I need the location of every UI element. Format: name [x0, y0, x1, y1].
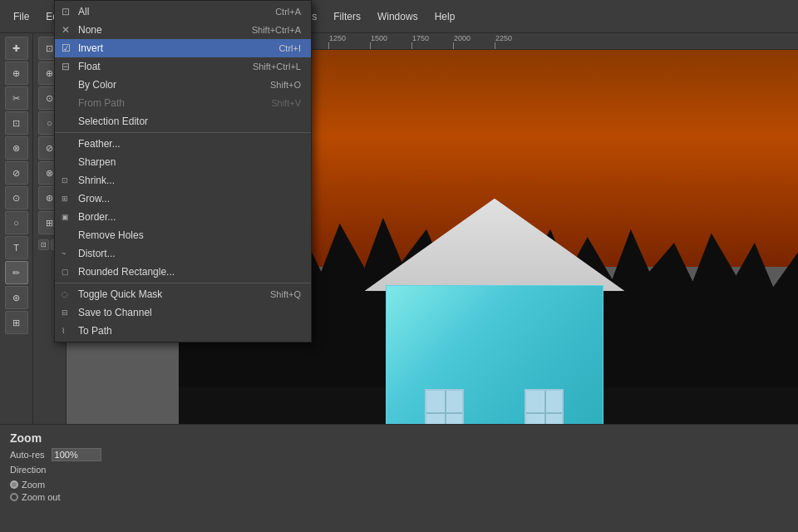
menu-item-float-label: Float [78, 61, 101, 72]
separator-1 [55, 132, 311, 133]
direction-label: Direction [10, 465, 46, 475]
distort-icon: ~ [62, 249, 66, 258]
menubar-windows[interactable]: Windows [371, 7, 425, 26]
menu-item-border-label: Border... [78, 211, 116, 223]
zoom-out-label: Zoom out [22, 492, 60, 502]
tool-move[interactable]: ✚ [5, 37, 28, 60]
menu-item-float[interactable]: ⊟ Float Shift+Ctrl+L [55, 57, 311, 76]
tool-smudge[interactable]: ⊞ [5, 311, 28, 334]
all-icon: ⊡ [62, 6, 70, 17]
separator-2 [55, 283, 311, 283]
menu-item-feather[interactable]: Feather... [55, 135, 311, 153]
zoom-label: Zoom [10, 431, 788, 445]
ruler-tick-1500: 1500 [370, 34, 411, 49]
menu-item-toggle-quick-mask-shortcut: Shift+Q [254, 289, 301, 299]
grow-icon: ⊞ [62, 195, 68, 203]
zoom-in-radio[interactable] [10, 480, 18, 489]
menu-item-from-path-label: From Path [78, 97, 125, 109]
window-divider-h [426, 412, 462, 414]
menu-item-from-path-shortcut: Shift+V [254, 98, 301, 108]
menu-item-toggle-quick-mask[interactable]: ◌ Toggle Quick Mask Shift+Q [55, 285, 311, 303]
menu-item-selection-editor-label: Selection Editor [78, 116, 148, 127]
menu-item-invert-label: Invert [78, 42, 103, 54]
menu-item-all-shortcut: Ctrl+A [259, 7, 301, 17]
auto-resize-label: Auto-res [10, 450, 45, 460]
invert-icon: ☑ [62, 42, 71, 54]
menubar-filters[interactable]: Filters [327, 7, 367, 26]
menu-item-to-path-label: To Path [78, 325, 112, 337]
menu-item-sharpen-label: Sharpen [78, 156, 116, 168]
menubar-help[interactable]: Help [428, 7, 462, 26]
tool-clone[interactable]: ⊛ [5, 286, 28, 309]
menu-item-distort[interactable]: ~ Distort... [55, 244, 311, 263]
menu-item-none-label: None [78, 24, 102, 36]
menubar-file[interactable]: File [7, 7, 36, 26]
zoom-row: Auto-res [10, 448, 788, 461]
quick-mask-icon: ◌ [62, 290, 68, 298]
menu-item-rounded-rectangle-label: Rounded Rectangle... [78, 266, 175, 278]
tool-brush[interactable]: ⊘ [5, 161, 28, 185]
ruler-tick-1750: 1750 [411, 34, 453, 49]
tool-text[interactable]: T [5, 236, 28, 259]
menu-item-invert[interactable]: ☑ Invert Ctrl+I [55, 39, 311, 57]
menu-item-save-to-channel-label: Save to Channel [78, 307, 152, 318]
menu-item-grow-label: Grow... [78, 193, 110, 204]
tool-pencil[interactable]: ✏ [5, 261, 28, 284]
ruler-tick-2000: 2000 [453, 34, 495, 49]
tool-zoom-crosshair[interactable]: ⊕ [5, 62, 28, 85]
house-roof [365, 199, 625, 291]
tool2-sub1[interactable]: ⊡ [38, 239, 49, 250]
save-channel-icon: ⊟ [62, 308, 68, 317]
menu-item-remove-holes[interactable]: Remove Holes [55, 226, 311, 244]
ruler-tick-1250: 1250 [328, 34, 370, 49]
menu-item-none-shortcut: Shift+Ctrl+A [235, 25, 301, 35]
none-icon: ✕ [62, 24, 70, 36]
tool-crop[interactable]: ✂ [5, 86, 28, 110]
zoom-out-radio[interactable] [10, 493, 18, 501]
menu-item-from-path: From Path Shift+V [55, 94, 311, 112]
menu-item-feather-label: Feather... [78, 138, 121, 150]
menu-item-all[interactable]: ⊡ All Ctrl+A [55, 2, 311, 21]
menu-item-by-color[interactable]: By Color Shift+O [55, 76, 311, 94]
zoom-in-radio-row: Zoom [10, 480, 788, 490]
menu-item-by-color-label: By Color [78, 79, 116, 91]
zoom-in-label: Zoom [22, 480, 45, 490]
to-path-icon: ⌇ [62, 327, 65, 335]
menu-item-to-path[interactable]: ⌇ To Path [55, 322, 311, 340]
menu-item-float-shortcut: Shift+Ctrl+L [236, 62, 301, 71]
zoom-out-radio-row: Zoom out [10, 492, 788, 502]
menu-item-sharpen[interactable]: Sharpen [55, 153, 311, 171]
menu-item-shrink-label: Shrink... [78, 175, 115, 186]
menu-item-selection-editor[interactable]: Selection Editor [55, 112, 311, 131]
menu-item-none[interactable]: ✕ None Shift+Ctrl+A [55, 21, 311, 39]
tool-select-rect[interactable]: ⊡ [5, 111, 28, 135]
menu-item-border[interactable]: ▣ Border... [55, 208, 311, 226]
float-icon: ⊟ [62, 61, 70, 72]
shrink-icon: ⊡ [62, 176, 68, 185]
context-menu: ⊡ All Ctrl+A ✕ None Shift+Ctrl+A ☑ Inver… [54, 0, 312, 342]
tool-eraser[interactable]: ⊙ [5, 186, 28, 209]
tool-fill[interactable]: ○ [5, 211, 28, 234]
menu-item-invert-shortcut: Ctrl+I [262, 43, 301, 53]
menu-item-shrink[interactable]: ⊡ Shrink... [55, 171, 311, 190]
zoom-input[interactable] [52, 448, 101, 461]
menu-item-by-color-shortcut: Shift+O [254, 80, 301, 90]
menu-item-all-label: All [78, 6, 89, 17]
tool-select-fuzzy[interactable]: ⊗ [5, 136, 28, 160]
menu-item-save-to-channel[interactable]: ⊟ Save to Channel [55, 303, 311, 322]
border-icon: ▣ [62, 213, 69, 221]
menu-item-remove-holes-label: Remove Holes [78, 229, 144, 241]
ruler-tick-2250: 2250 [495, 34, 536, 49]
rounded-rect-icon: ▢ [62, 268, 69, 276]
menu-item-toggle-quick-mask-label: Toggle Quick Mask [78, 288, 162, 300]
menu-item-grow[interactable]: ⊞ Grow... [55, 190, 311, 208]
menu-item-rounded-rectangle[interactable]: ▢ Rounded Rectangle... [55, 263, 311, 281]
bottom-panel: Zoom Auto-res Direction Zoom Zoom out [0, 424, 798, 532]
menu-item-distort-label: Distort... [78, 248, 116, 259]
window-divider-h2 [526, 412, 562, 414]
direction-row: Direction [10, 465, 788, 475]
